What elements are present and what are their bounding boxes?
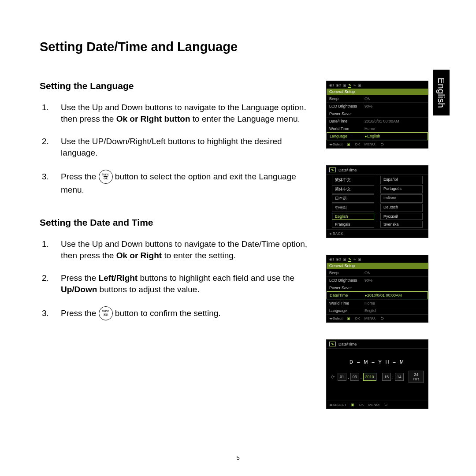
section-language-heading: Setting the Language — [40, 81, 313, 91]
instructions-column: Setting the Language Use the Up and Down… — [40, 81, 313, 426]
section-datetime-heading: Setting the Date and Time — [40, 217, 313, 228]
back-label: ◂ BACK — [327, 229, 428, 238]
selected-row: Date/Time▸2010/0/01 00:00AM — [327, 291, 428, 299]
dt-field-month: 03 — [350, 373, 359, 381]
lang-option: Deutsch — [380, 204, 423, 212]
page-number: 5 — [0, 454, 476, 461]
lang-option: Svenska — [380, 221, 423, 228]
screenshots-column: ◉1◉2▣⬊∿▣ General Setup BeepON LCD Bright… — [326, 81, 428, 426]
screenshot-general-language: ◉1◉2▣⬊∿▣ General Setup BeepON LCD Bright… — [326, 81, 428, 149]
screen-tabs: ◉1◉2▣⬊∿▣ — [327, 255, 428, 263]
func-ok-icon: funcok — [99, 170, 113, 184]
screenshot-general-datetime: ◉1◉2▣⬊∿▣ General Setup BeepON LCD Bright… — [326, 255, 428, 323]
dt-format-label: D – M – Y H – M — [331, 359, 424, 364]
language-steps: Use the Up and Down buttons to navigate … — [40, 102, 313, 195]
lang-option: Русский — [380, 213, 423, 220]
lang-option: 简体中文 — [332, 185, 374, 193]
lang-option-selected: Eeglish — [332, 213, 374, 220]
language-tab: English — [433, 70, 450, 115]
dt-field-format: 24 HR — [409, 371, 424, 383]
screenshot-datetime-edit: ⬊Date/Time D – M – Y H – M ⟳ 01 . 03 . 2… — [326, 339, 428, 409]
dt-field-year-selected: 2010 — [363, 373, 376, 381]
lang-option: 繁体中文 — [332, 176, 374, 184]
step-item: Use the Up and Down buttons to navigate … — [51, 102, 313, 124]
lang-option: Français — [332, 221, 374, 228]
screen-title: General Setup — [327, 263, 428, 269]
datetime-steps: Use the Up and Down buttons to navigate … — [40, 238, 313, 321]
step-item: Use the UP/Down/Right/Left buttons to hi… — [51, 136, 313, 158]
dt-field-min: 14 — [395, 373, 404, 381]
lang-option: Português — [380, 185, 423, 193]
page-title: Setting Date/Time and Language — [40, 40, 450, 54]
lang-option: Italiano — [380, 194, 423, 203]
reset-icon: ⟳ — [331, 375, 335, 379]
dt-field-day: 01 — [338, 373, 346, 381]
screen-title: General Setup — [327, 89, 428, 95]
lang-option: 한국의 — [332, 204, 374, 212]
step-item: Use the Up and Down buttons to navigate … — [51, 238, 313, 261]
step-item: Press the funcok button to select the op… — [51, 170, 313, 196]
screen-tabs: ◉1◉2▣⬊∿▣ — [327, 81, 428, 89]
step-item: Press the funcok button to confirm the s… — [51, 307, 313, 321]
screenshot-language-list: ⬊Date/Time 繁体中文 Español 简体中文 Português 日… — [326, 165, 428, 238]
lang-option: Español — [380, 176, 423, 184]
selected-row: Language▸English — [327, 132, 428, 140]
step-item: Press the Left/Right buttons to highligh… — [51, 272, 313, 295]
dt-field-hour: 15 — [382, 373, 391, 381]
func-ok-icon: funcok — [99, 306, 113, 320]
lang-option: 日本语 — [332, 194, 374, 203]
